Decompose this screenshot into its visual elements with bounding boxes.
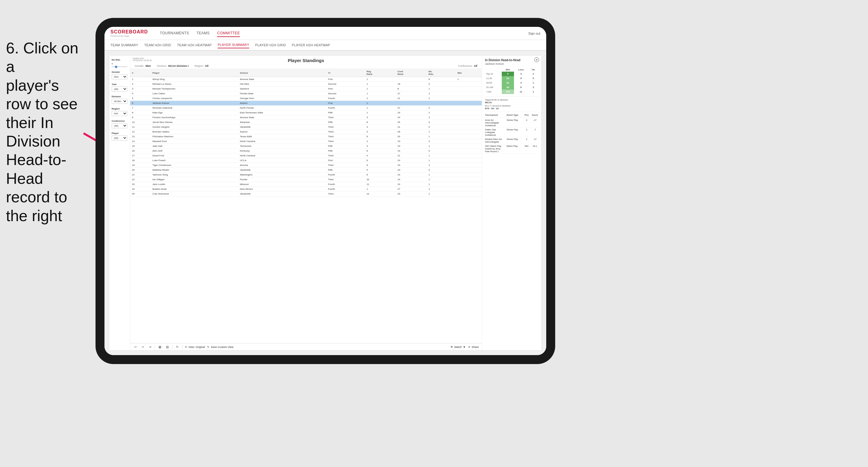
table-row[interactable]: 10 Jacob Mou Olesea Arkansas Fifth 8 25 …: [130, 120, 482, 125]
table-row[interactable]: 12 Brendan Valdes Auburn Third 4 28 1: [130, 129, 482, 134]
table-row[interactable]: 24 Bastien Amat New Mexico Fourth 1 27 2: [130, 187, 482, 192]
table-row[interactable]: 21 Taehoon Song Washington Fourth 6 23 1: [130, 173, 482, 177]
table-row[interactable]: 6 Jackson Koivun Auburn First 1: [130, 101, 482, 106]
table-row[interactable]: 7 Nicholas Gabrelcik North Florida Fourt…: [130, 106, 482, 111]
conference-dropdown[interactable]: (All): [112, 123, 127, 128]
tournament-score: -17: [531, 119, 538, 127]
table-row[interactable]: 15 Jake Hall Tennessee Fifth 3 24 1: [130, 144, 482, 149]
copy-button[interactable]: ▦: [157, 345, 162, 349]
no-rds-slider[interactable]: [112, 66, 127, 67]
cell-player: Christo Lamprecht: [151, 96, 238, 101]
table-row[interactable]: 23 Jack Lundin Missouri Fourth 11 24 1: [130, 182, 482, 187]
sub-nav-team-h2h-heatmap[interactable]: TEAM H2H HEATMAP: [177, 42, 212, 48]
cell-conf: 21: [396, 125, 427, 129]
cell-school: Florida: [238, 177, 326, 182]
player-dropdown[interactable]: (All): [112, 135, 127, 141]
cell-player: Michael La Sasso: [151, 82, 238, 87]
cell-yr: First: [326, 101, 365, 106]
view-icon: ☀: [185, 346, 187, 348]
cell-reg: 8: [365, 163, 396, 168]
save-label: Save Custom View: [211, 346, 234, 348]
table-row[interactable]: 11 Gordon Sargent Vanderbilt Third 4 21 …: [130, 125, 482, 129]
refresh-button[interactable]: ↻: [175, 345, 180, 349]
year-dropdown[interactable]: (All): [112, 87, 127, 92]
table-row[interactable]: 9 Preston Summerhays Arizona State Third…: [130, 115, 482, 120]
redo-button[interactable]: ↪: [140, 345, 145, 349]
cell-rds: 2: [427, 187, 456, 192]
standings-panel: No Rds. 6 Gender Men Year: [109, 55, 542, 351]
sub-nav-team-summary[interactable]: TEAM SUMMARY: [111, 42, 138, 48]
col-num: #: [130, 69, 151, 77]
gender-dropdown[interactable]: Men: [112, 74, 127, 80]
table-row[interactable]: 20 Matthew Riedel Vanderbilt Fifth 5 20 …: [130, 168, 482, 173]
paste-button[interactable]: ▧: [165, 345, 170, 349]
division-dropdown[interactable]: NCAA Division I: [112, 99, 127, 104]
cell-win: [456, 101, 482, 106]
table-row[interactable]: 25 Cole Sherwood Vanderbilt Third 12 23 …: [130, 192, 482, 196]
h2h-close-button[interactable]: ✕: [534, 57, 539, 62]
cell-school: Auburn: [238, 101, 326, 106]
cell-rds: 1: [427, 192, 456, 196]
cell-num: 15: [130, 144, 151, 149]
table-row[interactable]: 8 Mats Ege East Tennessee State Fifth 1 …: [130, 111, 482, 115]
cell-reg: 8: [365, 149, 396, 153]
cell-player: Preston Summerhays: [151, 115, 238, 120]
table-row[interactable]: 5 Christo Lamprecht Georgia Tech Fourth …: [130, 96, 482, 101]
region-dropdown[interactable]: N/A: [112, 111, 127, 116]
table-row[interactable]: 4 Luke Claton Florida State Second 1 27 …: [130, 91, 482, 96]
cell-win: [456, 96, 482, 101]
forward-button[interactable]: ⇥: [148, 345, 152, 349]
nav-tournaments[interactable]: TOURNAMENTS: [160, 30, 189, 37]
sub-nav-player-h2h-grid[interactable]: PLAYER H2H GRID: [255, 42, 286, 48]
cell-reg: 4: [365, 129, 396, 134]
undo-button[interactable]: ↩: [133, 345, 138, 349]
cell-yr: Third: [326, 139, 365, 144]
table-row[interactable]: 14 Maxwell Ford North Carolina Third 2 2…: [130, 139, 482, 144]
cell-school: Auburn: [238, 129, 326, 134]
slider-thumb[interactable]: [115, 66, 117, 68]
cell-school: Arkansas: [238, 120, 326, 125]
update-label: Update time:: [132, 57, 145, 59]
logo-area: SCOREBOARD Powered by clippi: [111, 29, 148, 37]
sub-nav-player-summary[interactable]: PLAYER SUMMARY: [218, 42, 249, 48]
table-row[interactable]: 13 Phichakon Maichon Texas A&M Third 6 3…: [130, 134, 482, 139]
cell-reg: 1: [365, 77, 396, 82]
nav-teams[interactable]: TEAMS: [197, 30, 210, 37]
sign-out-button[interactable]: Sign out: [528, 32, 540, 35]
standings-main: Update time: 27/03/2024 16:56:26 Player …: [130, 56, 482, 350]
cell-school: East Tennessee State: [238, 111, 326, 115]
cell-player: Wenyi Ding: [151, 77, 238, 82]
cell-num: 1: [130, 77, 151, 82]
cell-yr: Fifth: [326, 144, 365, 149]
sub-nav-team-h2h-grid[interactable]: TEAM H2H GRID: [144, 42, 171, 48]
share-button[interactable]: ↺ Share: [468, 346, 479, 348]
cell-yr: Fifth: [326, 149, 365, 153]
table-row[interactable]: 18 Luke Powell UCLA First 6 24 1: [130, 158, 482, 163]
h2h-wlt-record: 674 - 33 - 12: [485, 107, 498, 110]
cell-reg: 1: [365, 111, 396, 115]
table-row[interactable]: 2 Michael La Sasso Ole Miss Second 1 18 …: [130, 82, 482, 87]
table-row[interactable]: 1 Wenyi Ding Arizona State First 1 8 1: [130, 77, 482, 82]
sub-nav-player-h2h-heatmap[interactable]: PLAYER H2H HEATMAP: [292, 42, 330, 48]
cell-school: Arizona State: [238, 77, 326, 82]
save-custom-button[interactable]: ✎ Save Custom View: [207, 346, 234, 348]
table-row[interactable]: 22 Ian Gilligan Florida Third 10 24 1: [130, 177, 482, 182]
cell-win: [456, 129, 482, 134]
cell-rds: 1: [427, 129, 456, 134]
h2h-win-val: 22: [502, 81, 514, 85]
table-row[interactable]: 16 Alex Goff Kentucky Fifth 8 19 0: [130, 149, 482, 153]
cell-player: Bastien Amat: [151, 187, 238, 192]
cell-rds: 2: [427, 96, 456, 101]
view-original-button[interactable]: ☀ View: Original: [185, 346, 205, 348]
nav-committee[interactable]: COMMITTEE: [217, 30, 240, 37]
table-row[interactable]: 19 Tiger Christensen Arizona Third 8 23 …: [130, 163, 482, 168]
cell-conf: 19: [396, 149, 427, 153]
cell-rds: 1: [427, 144, 456, 149]
cell-rds: 8: [427, 77, 456, 82]
watch-button[interactable]: 👁 Watch ▼: [451, 346, 466, 348]
table-row[interactable]: 3 Michael Thorbjornsen Stanford First 1 …: [130, 87, 482, 91]
table-row[interactable]: 17 David Ford North Carolina Third 4 21 …: [130, 153, 482, 158]
cell-reg: 1: [365, 187, 396, 192]
cell-reg: 5: [365, 168, 396, 173]
cell-reg: 6: [365, 173, 396, 177]
